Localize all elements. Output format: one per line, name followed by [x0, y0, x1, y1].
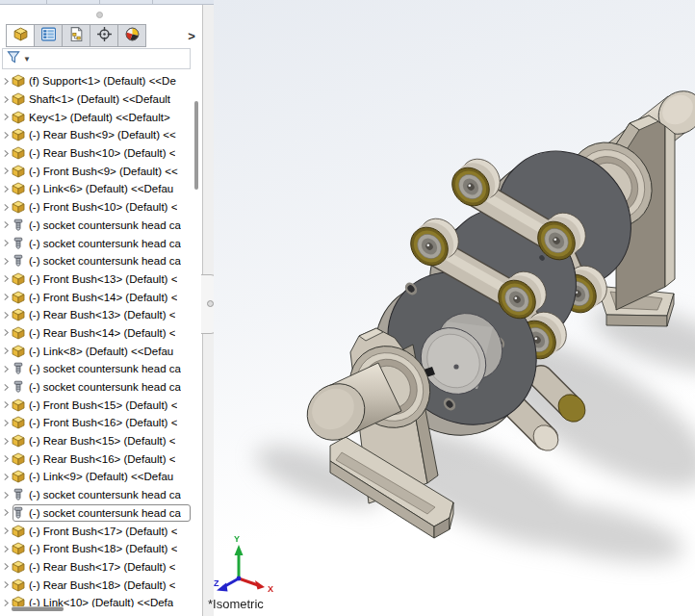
expand-arrow-icon[interactable] [0, 274, 12, 283]
tree-vertical-scrollbar[interactable] [194, 101, 198, 190]
tree-item[interactable]: (-) Link<6> (Default) <<Defau [0, 180, 193, 198]
expand-arrow-icon[interactable] [0, 77, 12, 86]
tree-item[interactable]: (-) Rear Bush<13> (Default) < [0, 306, 193, 324]
tree-item[interactable]: Shaft<1> (Default) <<Default [0, 90, 193, 109]
tree-item[interactable]: (-) Rear Bush<17> (Default) < [0, 558, 193, 577]
tab-configurationmanager[interactable] [62, 24, 90, 47]
tree-item[interactable]: (-) Rear Bush<15> (Default) < [0, 432, 193, 450]
tree-item[interactable]: (-) socket countersunk head ca [0, 504, 193, 523]
part-icon [12, 560, 26, 574]
part-icon [12, 326, 26, 340]
expand-arrow-icon[interactable] [0, 239, 12, 247]
view-orientation-label: *Isometric [208, 597, 264, 611]
tree-item-label: (-) socket countersunk head ca [29, 219, 181, 231]
tree-item[interactable]: (-) Front Bush<14> (Default) < [0, 288, 193, 306]
tree-item[interactable]: (-) Link<10> (Default) <<Defa [0, 594, 193, 607]
part-icon [12, 182, 26, 195]
tab-propertymanager[interactable] [34, 24, 62, 47]
expand-arrow-icon[interactable] [0, 437, 12, 446]
tree-item-label: (-) Front Bush<16> (Default) < [29, 417, 177, 428]
3d-model-canvas[interactable]: Y X Z [214, 0, 695, 616]
tree-item-label: (-) Rear Bush<18> (Default) < [29, 579, 175, 591]
tree-item[interactable]: (-) Rear Bush<9> (Default) << [0, 126, 193, 144]
expand-arrow-icon[interactable] [0, 419, 12, 427]
expand-arrow-icon[interactable] [0, 220, 12, 229]
tree-item[interactable]: (-) Front Bush<9> (Default) << [0, 162, 193, 180]
expand-arrow-icon[interactable] [0, 562, 12, 571]
expand-arrow-icon[interactable] [0, 346, 12, 355]
expand-arrow-icon[interactable] [0, 473, 12, 481]
tree-item[interactable]: (-) Rear Bush<16> (Default) < [0, 449, 193, 468]
triad-y-label: Y [234, 534, 240, 544]
expand-arrow-icon[interactable] [0, 599, 12, 607]
tree-item-label: (-) Link<9> (Default) <<Defau [29, 471, 173, 482]
tree-item-label: (-) Rear Bush<17> (Default) < [29, 561, 175, 573]
tree-item-label: (-) Front Bush<17> (Default) < [29, 526, 177, 537]
tree-item-label: (-) Rear Bush<9> (Default) << [29, 129, 176, 141]
tree-item[interactable]: (-) Rear Bush<10> (Default) < [0, 144, 193, 163]
expand-arrow-icon[interactable] [0, 526, 12, 535]
tree-item[interactable]: (-) socket countersunk head ca [0, 360, 193, 378]
tab-overflow-arrow[interactable]: > [183, 24, 200, 47]
tree-filter-bar[interactable]: ▼ [2, 48, 191, 69]
graphics-viewport[interactable]: Y X Z [214, 0, 695, 616]
part-icon [12, 111, 26, 124]
tree-item[interactable]: (-) Front Bush<17> (Default) < [0, 522, 193, 540]
expand-arrow-icon[interactable] [0, 383, 12, 392]
expand-arrow-icon[interactable] [0, 95, 12, 104]
expand-arrow-icon[interactable] [0, 113, 12, 121]
expand-arrow-icon[interactable] [0, 491, 12, 500]
tree-item[interactable]: (-) Rear Bush<18> (Default) < [0, 576, 193, 594]
tree-horizontal-scrollbar[interactable] [12, 606, 64, 611]
tree-item[interactable]: (-) socket countersunk head ca [0, 217, 193, 235]
expand-arrow-icon[interactable] [0, 545, 12, 553]
triad-x-label: X [268, 584, 273, 594]
tree-item[interactable]: Key<1> (Default) <<Default> [0, 108, 193, 126]
part-icon [12, 308, 26, 321]
expand-arrow-icon[interactable] [0, 508, 12, 517]
tree-item-label: (f) Support<1> (Default) <<De [29, 75, 176, 87]
tree-item[interactable]: (-) socket countersunk head ca [0, 486, 193, 504]
tree-item[interactable]: (f) Support<1> (Default) <<De [0, 72, 193, 90]
tab-dimxpertmanager[interactable] [90, 24, 117, 47]
tree-item-label: (-) socket countersunk head ca [29, 381, 181, 393]
expand-arrow-icon[interactable] [0, 257, 12, 266]
tree-item[interactable]: (-) Front Bush<18> (Default) < [0, 540, 193, 558]
tree-item-label: (-) Link<6> (Default) <<Defau [29, 183, 173, 194]
filter-dropdown-caret[interactable]: ▼ [23, 55, 31, 64]
panel-grip-handle[interactable] [96, 12, 103, 18]
tree-item[interactable]: (-) Link<8> (Default) <<Defau [0, 342, 193, 360]
tree-item-label: (-) Front Bush<10> (Default) < [29, 201, 177, 213]
expand-arrow-icon[interactable] [0, 167, 12, 175]
tree-item[interactable]: (-) Front Bush<10> (Default) < [0, 198, 193, 217]
expand-arrow-icon[interactable] [0, 580, 12, 589]
tree-item[interactable]: (-) Rear Bush<14> (Default) < [0, 324, 193, 343]
propertymanager-list-icon [40, 26, 57, 46]
tree-item[interactable]: (-) Front Bush<13> (Default) < [0, 270, 193, 289]
tree-item[interactable]: (-) Front Bush<16> (Default) < [0, 414, 193, 432]
tree-item[interactable]: (-) Link<9> (Default) <<Defau [0, 468, 193, 486]
tab-displaymanager[interactable] [117, 24, 146, 47]
screw-part-icon [12, 362, 26, 375]
part-icon [12, 452, 26, 466]
tree-item[interactable]: (-) socket countersunk head ca [0, 378, 193, 397]
collapse-handle-dot [207, 300, 214, 307]
expand-arrow-icon[interactable] [0, 365, 12, 373]
tree-item[interactable]: (-) socket countersunk head ca [0, 252, 193, 270]
expand-arrow-icon[interactable] [0, 293, 12, 301]
expand-arrow-icon[interactable] [0, 131, 12, 140]
expand-arrow-icon[interactable] [0, 149, 12, 158]
tree-item[interactable]: (-) Front Bush<15> (Default) < [0, 396, 193, 414]
expand-arrow-icon[interactable] [0, 185, 12, 193]
tab-featuremanager[interactable] [6, 24, 34, 47]
part-icon [12, 272, 26, 286]
expand-arrow-icon[interactable] [0, 454, 12, 463]
toolbar-divider [152, 0, 153, 4]
tree-item[interactable]: (-) socket countersunk head ca [0, 234, 193, 252]
tree-item-label: (-) Front Bush<15> (Default) < [29, 399, 177, 411]
expand-arrow-icon[interactable] [0, 203, 12, 212]
expand-arrow-icon[interactable] [0, 311, 12, 320]
expand-arrow-icon[interactable] [0, 328, 12, 337]
tree-item-label: (-) socket countersunk head ca [29, 238, 181, 249]
expand-arrow-icon[interactable] [0, 400, 12, 409]
